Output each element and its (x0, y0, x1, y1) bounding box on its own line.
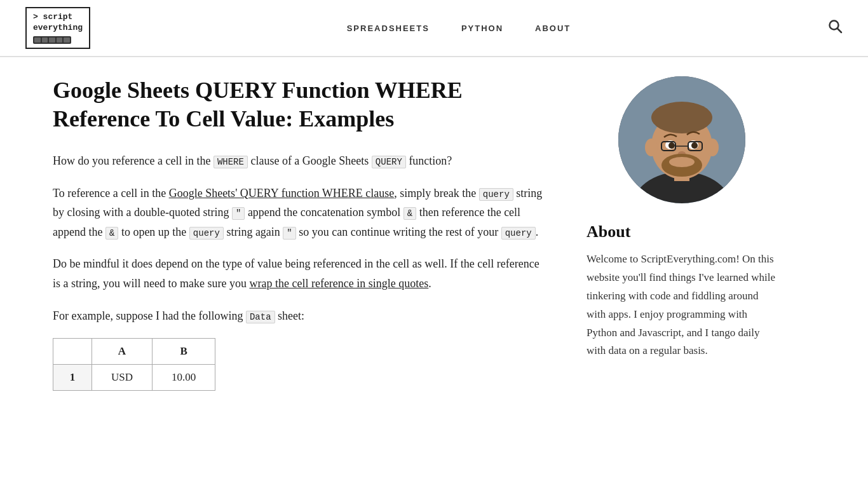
p2-amp1: & (403, 207, 416, 220)
table-header-b: B (153, 339, 215, 365)
svg-point-8 (651, 102, 712, 133)
table-row-num: 1 (53, 365, 92, 391)
paragraph-3: Do be mindful it does depend on the type… (53, 254, 548, 293)
p2-query-code: query (479, 188, 513, 201)
avatar-image (618, 76, 745, 203)
p2-rest6: so you can continue writing the rest of … (296, 226, 501, 238)
page-title: Google Sheets QUERY Function WHERE Refer… (53, 76, 548, 133)
logo-text-line2: everything (33, 23, 83, 32)
site-header: > script everything SPREADSHEETS PYTHON … (0, 0, 868, 57)
svg-point-13 (668, 142, 675, 149)
p2-after-link: , simply break the (394, 187, 478, 200)
logo-box: > script everything (25, 7, 90, 49)
main-content: Google Sheets QUERY Function WHERE Refer… (53, 76, 548, 391)
main-nav: SPREADSHEETS PYTHON ABOUT (347, 24, 571, 33)
p1-text-middle: clause of a Google Sheets (248, 154, 372, 167)
page-container: Google Sheets QUERY Function WHERE Refer… (27, 57, 841, 410)
svg-point-10 (706, 139, 719, 156)
svg-point-14 (691, 142, 698, 149)
data-table: A B 1USD10.00 (53, 338, 215, 391)
table-header-empty (53, 339, 92, 365)
p2-rest4: to open up the (118, 226, 189, 238)
p2-amp2: & (105, 227, 118, 240)
logo-text-line1: > script (33, 12, 83, 23)
p4-before: For example, suppose I had the following (53, 309, 246, 322)
p4-code: Data (246, 311, 275, 323)
search-button[interactable] (827, 18, 843, 37)
keyboard-icon (33, 36, 71, 44)
table-header-row: A B (53, 339, 215, 365)
p2-end: . (536, 226, 539, 238)
about-section: About Welcome to ScriptEverything.com! O… (587, 222, 777, 360)
p1-text-after: function? (406, 154, 452, 167)
p2-query-code3: query (501, 227, 536, 240)
p1-where-code: WHERE (214, 156, 248, 168)
single-quotes-link[interactable]: wrap the cell reference in single quotes (249, 277, 428, 290)
nav-about[interactable]: ABOUT (535, 24, 571, 33)
paragraph-1: How do you reference a cell in the WHERE… (53, 151, 548, 171)
query-where-link[interactable]: Google Sheets' QUERY function WHERE clau… (169, 187, 395, 200)
p2-rest2: append the concatenation symbol (245, 206, 403, 219)
table-cell: USD (92, 365, 153, 391)
svg-point-9 (645, 139, 658, 156)
paragraph-2: To reference a cell in the Google Sheets… (53, 184, 548, 242)
avatar-container (587, 76, 777, 203)
p4-after: sheet: (275, 309, 305, 322)
table-row: 1USD10.00 (53, 365, 215, 391)
p3-end: . (428, 277, 431, 290)
svg-line-1 (837, 29, 841, 32)
logo[interactable]: > script everything (25, 7, 90, 49)
p1-query-code: QUERY (372, 156, 406, 168)
nav-python[interactable]: PYTHON (461, 24, 503, 33)
p1-text-before: How do you reference a cell in the (53, 154, 214, 167)
svg-point-20 (669, 157, 695, 167)
table-header-a: A (92, 339, 153, 365)
p2-quot1: " (232, 207, 245, 220)
sidebar: About Welcome to ScriptEverything.com! O… (587, 76, 777, 373)
p2-quot2: " (283, 227, 295, 240)
table-cell: 10.00 (153, 365, 215, 391)
p2-query-code2: query (189, 227, 224, 240)
p2-rest5: string again (224, 226, 283, 238)
avatar (618, 76, 745, 203)
about-heading: About (587, 222, 777, 241)
p2-before-link: To reference a cell in the (53, 187, 169, 200)
paragraph-4: For example, suppose I had the following… (53, 306, 548, 326)
nav-spreadsheets[interactable]: SPREADSHEETS (347, 24, 430, 33)
about-text: Welcome to ScriptEverything.com! On this… (587, 250, 777, 360)
